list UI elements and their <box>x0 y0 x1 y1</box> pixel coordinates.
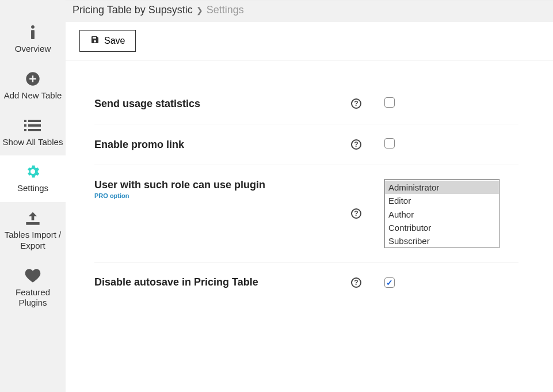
sidebar: Overview Add New Table Show All Tables S… <box>0 0 66 392</box>
save-icon <box>90 35 100 47</box>
multiselect-option[interactable]: Subscriber <box>385 234 499 248</box>
setting-row-disable-autosave: Disable autosave in Pricing Table ? <box>94 262 518 302</box>
setting-label: Send usage statistics <box>94 98 336 110</box>
multiselect-option[interactable]: Administrator <box>385 181 499 194</box>
setting-label: Enable promo link <box>94 139 336 151</box>
breadcrumb-current: Settings <box>207 4 244 16</box>
multiselect-option[interactable]: Contributor <box>385 221 499 234</box>
svg-rect-2 <box>24 120 26 122</box>
sidebar-item-label: Settings <box>17 183 48 194</box>
sidebar-item-label: Overview <box>15 44 51 55</box>
help-icon[interactable]: ? <box>351 208 361 219</box>
svg-rect-7 <box>28 129 41 131</box>
user-role-multiselect[interactable]: AdministratorEditorAuthorContributorSubs… <box>384 179 499 248</box>
list-icon <box>24 116 41 135</box>
svg-point-0 <box>31 25 35 29</box>
toolbar: Save <box>66 22 553 60</box>
main-panel: Pricing Table by Supsystic ❯ Settings Sa… <box>66 0 553 392</box>
sidebar-item-label: Featured Plugins <box>2 287 63 309</box>
upload-icon <box>25 209 41 227</box>
save-button[interactable]: Save <box>79 30 136 52</box>
sidebar-item-label: Tables Import / Export <box>2 230 63 252</box>
heart-icon <box>25 267 41 285</box>
send-usage-checkbox[interactable] <box>384 97 395 108</box>
settings-form: Send usage statistics ? Enable promo lin… <box>66 60 553 325</box>
chevron-right-icon: ❯ <box>196 6 203 15</box>
plus-circle-icon <box>25 70 41 88</box>
pro-badge: PRO option <box>94 192 336 199</box>
setting-label: User with such role can use plugin <box>94 179 336 191</box>
save-button-label: Save <box>104 36 125 46</box>
multiselect-option[interactable]: Editor <box>385 194 499 207</box>
svg-rect-4 <box>24 124 26 127</box>
sidebar-item-tables-import-export[interactable]: Tables Import / Export <box>0 202 66 260</box>
setting-label: Disable autosave in Pricing Table <box>94 276 336 288</box>
sidebar-item-settings[interactable]: Settings <box>0 155 66 202</box>
svg-rect-3 <box>28 120 41 122</box>
disable-autosave-checkbox[interactable] <box>384 277 395 288</box>
help-icon[interactable]: ? <box>351 98 361 109</box>
multiselect-option[interactable]: Author <box>385 208 499 221</box>
gear-icon <box>25 162 41 181</box>
sidebar-item-overview[interactable]: Overview <box>0 16 66 63</box>
svg-rect-6 <box>24 129 26 131</box>
sidebar-item-show-all-tables[interactable]: Show All Tables <box>0 109 66 156</box>
svg-rect-5 <box>28 124 41 127</box>
svg-rect-1 <box>31 30 35 39</box>
setting-row-user-role: User with such role can use plugin PRO o… <box>94 165 518 262</box>
sidebar-item-add-new-table[interactable]: Add New Table <box>0 63 66 109</box>
breadcrumb-root[interactable]: Pricing Table by Supsystic <box>73 4 193 16</box>
sidebar-item-label: Show All Tables <box>3 137 63 148</box>
sidebar-item-featured-plugins[interactable]: Featured Plugins <box>0 260 66 317</box>
sidebar-item-label: Add New Table <box>4 90 62 101</box>
help-icon[interactable]: ? <box>351 139 361 150</box>
setting-row-send-usage: Send usage statistics ? <box>94 83 518 124</box>
enable-promo-checkbox[interactable] <box>384 138 395 149</box>
info-icon <box>26 23 39 41</box>
svg-rect-8 <box>26 222 39 225</box>
help-icon[interactable]: ? <box>351 277 361 288</box>
breadcrumb: Pricing Table by Supsystic ❯ Settings <box>66 1 553 22</box>
setting-row-enable-promo: Enable promo link ? <box>94 124 518 165</box>
